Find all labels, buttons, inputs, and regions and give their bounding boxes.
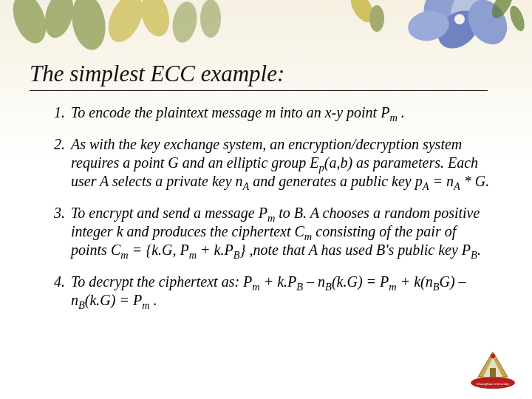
svg-point-6 — [200, 0, 221, 38]
item-number: 1. — [44, 103, 65, 122]
svg-point-4 — [137, 0, 174, 40]
decorative-banner — [0, 0, 532, 55]
slide-content: 1. To encode the plaintext message m int… — [44, 103, 495, 323]
floral-left — [7, 0, 229, 55]
list-item: 1. To encode the plaintext message m int… — [44, 103, 495, 122]
svg-point-8 — [369, 5, 384, 32]
svg-point-2 — [68, 0, 110, 52]
item-text: To decrypt the ciphertext as: Pm + k.PB … — [71, 273, 466, 308]
university-logo: ChungKuo University — [467, 347, 519, 390]
numbered-list: 1. To encode the plaintext message m int… — [44, 103, 495, 310]
svg-point-19 — [491, 354, 495, 358]
item-text: To encrypt and send a message Pm to B. A… — [71, 205, 481, 258]
svg-point-16 — [507, 4, 525, 33]
floral-right — [332, 0, 525, 55]
item-number: 2. — [44, 135, 65, 154]
item-number: 3. — [44, 204, 65, 222]
svg-point-14 — [454, 14, 465, 24]
svg-point-5 — [169, 0, 200, 44]
item-number: 4. — [44, 273, 65, 291]
list-item: 2. As with the key exchange system, an e… — [44, 135, 495, 191]
list-item: 4. To decrypt the ciphertext as: Pm + k.… — [44, 273, 495, 310]
logo-caption: ChungKuo University — [477, 382, 510, 386]
svg-rect-18 — [490, 368, 496, 377]
item-text: As with the key exchange system, an encr… — [71, 136, 489, 189]
item-text: To encode the plaintext message m into a… — [71, 104, 405, 120]
slide-title: The simplest ECC example: — [30, 61, 488, 91]
list-item: 3. To encrypt and send a message Pm to B… — [44, 204, 495, 259]
